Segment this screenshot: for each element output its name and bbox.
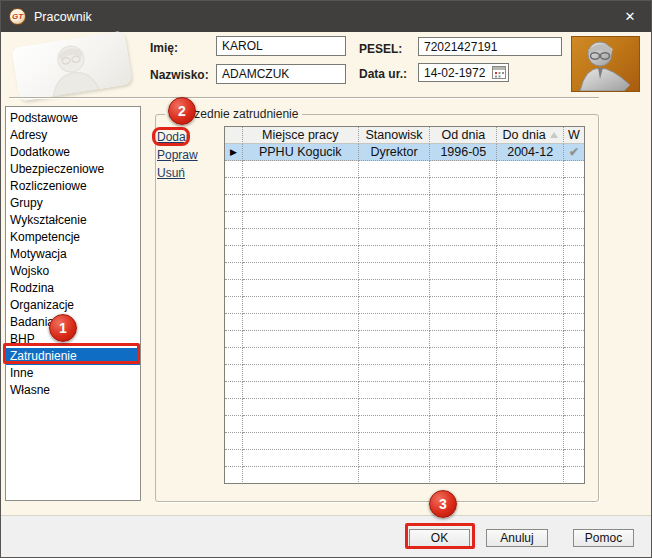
table-row-empty[interactable]: [225, 178, 584, 195]
col-miejsce-pracy[interactable]: Miejsce pracy: [243, 127, 359, 144]
col-od-dnia[interactable]: Od dnia: [430, 127, 497, 144]
table-cell-empty: [430, 229, 497, 246]
table-cell-empty: [243, 297, 359, 314]
window-title: Pracownik: [34, 10, 92, 24]
table-cell-empty: [430, 246, 497, 263]
col-w[interactable]: W: [564, 127, 584, 144]
table-cell-empty: [564, 229, 584, 246]
sidebar-item-organizacje[interactable]: Organizacje: [6, 297, 140, 314]
table-cell-empty: [430, 433, 497, 450]
table-cell-empty: [359, 365, 431, 382]
sidebar-item-motywacja[interactable]: Motywacja: [6, 246, 140, 263]
table-row-empty[interactable]: [225, 246, 584, 263]
sidebar-item-rozliczeniowe[interactable]: Rozliczeniowe: [6, 178, 140, 195]
table-cell-empty: [497, 161, 564, 178]
table-cell-empty: [359, 348, 431, 365]
table-row-empty[interactable]: [225, 433, 584, 450]
table-cell-empty: [243, 161, 359, 178]
sidebar-item-grupy[interactable]: Grupy: [6, 195, 140, 212]
table-row-empty[interactable]: [225, 416, 584, 433]
table-cell-empty: [359, 399, 431, 416]
table-cell-empty: [564, 178, 584, 195]
table-cell-empty: [430, 467, 497, 484]
table-row-empty[interactable]: [225, 161, 584, 178]
table-cell-empty: [225, 382, 243, 399]
col-selector[interactable]: [225, 127, 243, 144]
nazwisko-value: ADAMCZUK: [222, 67, 289, 81]
table-cell-empty: [430, 280, 497, 297]
table-row-empty[interactable]: [225, 297, 584, 314]
table-cell-empty: [564, 382, 584, 399]
table-cell-empty: [430, 399, 497, 416]
table-cell-empty: [564, 263, 584, 280]
data-ur-value: 14-02-1972: [424, 66, 492, 80]
table-cell-empty: [497, 246, 564, 263]
table-cell-empty: [243, 331, 359, 348]
table-row-empty[interactable]: [225, 314, 584, 331]
help-button[interactable]: Pomoc: [573, 529, 634, 547]
table-row-empty[interactable]: [225, 382, 584, 399]
popraw-link[interactable]: Popraw: [157, 148, 198, 162]
imie-field[interactable]: KAROL: [216, 36, 346, 56]
nazwisko-field[interactable]: ADAMCZUK: [216, 64, 346, 84]
table-header: Miejsce pracy Stanowisk Od dnia Do dnia …: [225, 127, 584, 144]
sidebar-item-kompetencje[interactable]: Kompetencje: [6, 229, 140, 246]
cancel-button[interactable]: Anuluj: [486, 529, 548, 547]
table-row-empty[interactable]: [225, 229, 584, 246]
table-cell-empty: [243, 416, 359, 433]
table-cell-empty: [564, 195, 584, 212]
table-row-empty[interactable]: [225, 212, 584, 229]
pesel-value: 72021427191: [424, 40, 497, 54]
table-row-empty[interactable]: [225, 365, 584, 382]
col-stanowisko[interactable]: Stanowisk: [359, 127, 431, 144]
table-row-empty[interactable]: [225, 280, 584, 297]
sidebar-item-inne[interactable]: Inne: [6, 365, 140, 382]
data-ur-field[interactable]: 14-02-1972: [418, 63, 509, 82]
sidebar-item-adresy[interactable]: Adresy: [6, 127, 140, 144]
table-row-empty[interactable]: [225, 450, 584, 467]
table-cell-empty: [430, 263, 497, 280]
cell-do-dnia: 2004-12: [497, 144, 564, 161]
table-row[interactable]: ▶ PPHU Kogucik Dyrektor 1996-05 2004-12 …: [225, 144, 584, 161]
usun-link[interactable]: Usuń: [157, 166, 185, 180]
header-separator: [9, 97, 599, 99]
table-cell-empty: [243, 280, 359, 297]
table-cell-empty: [243, 212, 359, 229]
table-cell-empty: [564, 331, 584, 348]
checkmark-icon: ✔: [564, 144, 584, 161]
sidebar-item-wlasne[interactable]: Własne: [6, 382, 140, 399]
cell-od-dnia: 1996-05: [430, 144, 497, 161]
table-cell-empty: [564, 161, 584, 178]
close-icon[interactable]: ✕: [609, 1, 651, 32]
table-cell-empty: [225, 348, 243, 365]
col-do-dnia[interactable]: Do dnia: [497, 127, 564, 144]
table-row-empty[interactable]: [225, 348, 584, 365]
annotation-box-ok: [405, 523, 475, 549]
sidebar-item-rodzina[interactable]: Rodzina: [6, 280, 140, 297]
table-row-empty[interactable]: [225, 399, 584, 416]
table-cell-empty: [225, 399, 243, 416]
table-cell-empty: [497, 297, 564, 314]
table-cell-empty: [430, 178, 497, 195]
table-row-empty[interactable]: [225, 331, 584, 348]
sidebar-item-wyksztalcenie[interactable]: Wykształcenie: [6, 212, 140, 229]
table-cell-empty: [564, 365, 584, 382]
nazwisko-label: Nazwisko:: [150, 68, 209, 82]
table-row-empty[interactable]: [225, 467, 584, 484]
table-row-empty[interactable]: [225, 263, 584, 280]
annotation-box-zatrudnienie: [3, 343, 140, 364]
pesel-field[interactable]: 72021427191: [418, 37, 562, 56]
table-row-empty[interactable]: [225, 195, 584, 212]
imie-value: KAROL: [222, 39, 263, 53]
table-cell-empty: [497, 195, 564, 212]
table-cell-empty: [225, 467, 243, 484]
table-cell-empty: [359, 178, 431, 195]
sidebar-item-dodatkowe[interactable]: Dodatkowe: [6, 144, 140, 161]
table-cell-empty: [225, 314, 243, 331]
calendar-icon[interactable]: [492, 66, 506, 79]
sidebar-item-podstawowe[interactable]: Podstawowe: [6, 110, 140, 127]
table-cell-empty: [497, 467, 564, 484]
table-cell-empty: [359, 297, 431, 314]
sidebar-item-wojsko[interactable]: Wojsko: [6, 263, 140, 280]
sidebar-item-ubezpieczeniowe[interactable]: Ubezpieczeniowe: [6, 161, 140, 178]
